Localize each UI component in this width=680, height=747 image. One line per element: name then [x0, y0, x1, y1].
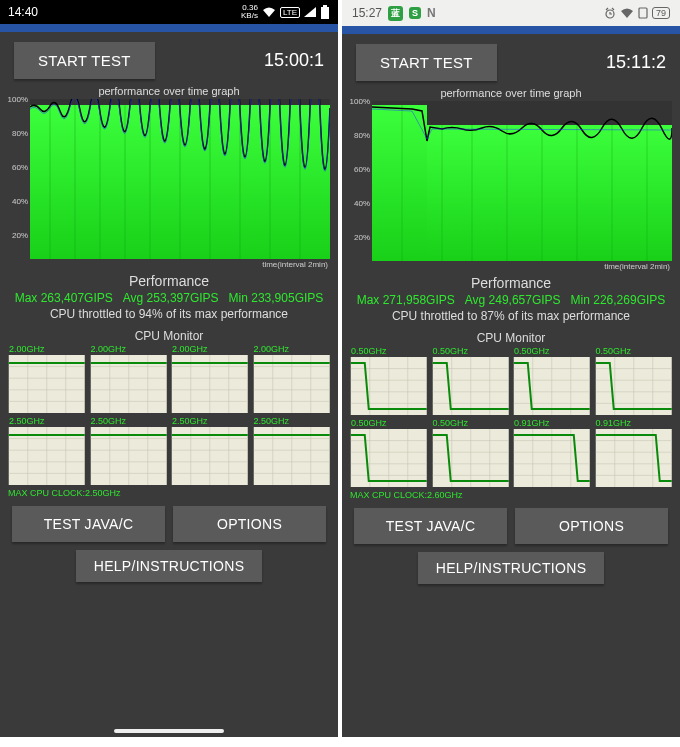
svg-rect-79 — [372, 105, 427, 261]
performance-graph-right: 100% 80% 60% 40% 20% — [350, 101, 672, 271]
max-cpu-clock: MAX CPU CLOCK:2.60GHz — [342, 490, 680, 500]
graph-title: performance over time graph — [0, 85, 338, 97]
status-time: 14:40 — [8, 5, 38, 19]
yaxis: 100% 80% 60% 40% 20% — [350, 101, 372, 271]
help-button[interactable]: HELP/INSTRUCTIONS — [76, 550, 263, 582]
home-indicator[interactable] — [114, 729, 224, 733]
cpu-core-cell: 2.00GHz — [8, 345, 86, 413]
help-button[interactable]: HELP/INSTRUCTIONS — [418, 552, 605, 584]
throttle-text: CPU throttled to 87% of its max performa… — [342, 309, 680, 323]
status-time: 15:27 — [352, 6, 382, 20]
cpu-core-cell: 2.50GHz — [8, 417, 86, 485]
appbar — [0, 24, 338, 32]
cpu-core-clock: 2.00GHz — [91, 344, 127, 354]
cpu-core-clock: 0.50GHz — [351, 418, 387, 428]
cpu-core-cell: 2.00GHz — [90, 345, 168, 413]
cpu-core-clock: 0.50GHz — [351, 346, 387, 356]
status-n-label: N — [427, 6, 436, 20]
performance-heading: Performance — [0, 273, 338, 289]
battery-level: 79 — [652, 7, 670, 19]
lte-icon: LTE — [280, 7, 300, 18]
cpu-core-clock: 2.00GHz — [172, 344, 208, 354]
cpu-core-clock: 0.91GHz — [514, 418, 550, 428]
stat-max: Max 271,958GIPS — [357, 293, 455, 307]
timer-display: 15:11:2 — [606, 52, 666, 73]
throttle-text: CPU throttled to 94% of its max performa… — [0, 307, 338, 321]
performance-heading: Performance — [342, 275, 680, 291]
cpu-core-cell: 0.91GHz — [513, 419, 591, 487]
graph-title: performance over time graph — [342, 87, 680, 99]
test-java-button[interactable]: TEST JAVA/C — [354, 508, 507, 544]
phone-left: 14:40 0.36KB/s LTE START TEST — [0, 0, 338, 737]
alarm-icon — [604, 7, 616, 19]
statusbar-right: 15:27 蓝 S N 79 — [342, 0, 680, 26]
start-test-button[interactable]: START TEST — [356, 44, 497, 81]
status-badge-2: S — [409, 7, 421, 19]
timer-display: 15:00:1 — [264, 50, 324, 71]
cpu-core-cell: 2.00GHz — [171, 345, 249, 413]
status-badge-1: 蓝 — [388, 6, 403, 21]
stat-max: Max 263,407GIPS — [15, 291, 113, 305]
cpu-core-clock: 2.00GHz — [254, 344, 290, 354]
cpu-grid-left: 2.00GHz2.00GHz2.00GHz2.00GHz2.50GHz2.50G… — [0, 343, 338, 487]
performance-stats: Max 271,958GIPS Avg 249,657GIPS Min 226,… — [342, 293, 680, 307]
volte-icon — [638, 7, 648, 19]
screenshot-comparison: 14:40 0.36KB/s LTE START TEST — [0, 0, 680, 747]
yaxis: 100% 80% 60% 40% 20% — [8, 99, 30, 269]
wifi-icon — [620, 7, 634, 19]
wifi-icon — [262, 6, 276, 18]
cpu-core-clock: 2.50GHz — [172, 416, 208, 426]
cpu-monitor-heading: CPU Monitor — [342, 331, 680, 345]
statusbar-left: 14:40 0.36KB/s LTE — [0, 0, 338, 24]
perf-chart-svg — [30, 99, 330, 259]
cpu-core-cell: 2.50GHz — [171, 417, 249, 485]
stat-min: Min 233,905GIPS — [229, 291, 324, 305]
stat-avg: Avg 249,657GIPS — [465, 293, 561, 307]
cpu-core-cell: 0.50GHz — [513, 347, 591, 415]
xaxis-label: time(interval 2min) — [8, 260, 328, 269]
cpu-core-clock: 0.91GHz — [596, 418, 632, 428]
cpu-core-clock: 0.50GHz — [433, 418, 469, 428]
cpu-core-cell: 0.50GHz — [350, 347, 428, 415]
net-rate: 0.36KB/s — [241, 4, 258, 20]
options-button[interactable]: OPTIONS — [515, 508, 668, 544]
cpu-core-cell: 2.50GHz — [253, 417, 331, 485]
stat-avg: Avg 253,397GIPS — [123, 291, 219, 305]
xaxis-label: time(interval 2min) — [350, 262, 670, 271]
test-java-button[interactable]: TEST JAVA/C — [12, 506, 165, 542]
performance-stats: Max 263,407GIPS Avg 253,397GIPS Min 233,… — [0, 291, 338, 305]
cpu-core-cell: 0.91GHz — [595, 419, 673, 487]
svg-rect-0 — [323, 5, 327, 7]
cpu-core-cell: 0.50GHz — [595, 347, 673, 415]
cpu-core-cell: 0.50GHz — [432, 347, 510, 415]
svg-rect-1 — [321, 7, 329, 19]
max-cpu-clock: MAX CPU CLOCK:2.50GHz — [0, 488, 338, 498]
cpu-grid-right: 0.50GHz0.50GHz0.50GHz0.50GHz0.50GHz0.50G… — [342, 345, 680, 489]
cpu-core-cell: 0.50GHz — [350, 419, 428, 487]
cpu-core-clock: 0.50GHz — [514, 346, 550, 356]
cpu-core-cell: 2.50GHz — [90, 417, 168, 485]
appbar — [342, 26, 680, 34]
performance-graph-left: 100% 80% 60% 40% 20% — [8, 99, 330, 269]
stat-min: Min 226,269GIPS — [571, 293, 666, 307]
cpu-core-cell: 0.50GHz — [432, 419, 510, 487]
signal-icon — [304, 7, 316, 17]
svg-rect-78 — [639, 8, 647, 18]
options-button[interactable]: OPTIONS — [173, 506, 326, 542]
svg-rect-80 — [427, 125, 672, 261]
cpu-core-cell: 2.00GHz — [253, 345, 331, 413]
phone-right: 15:27 蓝 S N 79 START TEST 15:11: — [342, 0, 680, 737]
cpu-core-clock: 2.50GHz — [9, 416, 45, 426]
cpu-core-clock: 0.50GHz — [596, 346, 632, 356]
cpu-core-clock: 2.50GHz — [254, 416, 290, 426]
battery-icon — [320, 5, 330, 19]
cpu-monitor-heading: CPU Monitor — [0, 329, 338, 343]
cpu-core-clock: 2.00GHz — [9, 344, 45, 354]
start-test-button[interactable]: START TEST — [14, 42, 155, 79]
perf-chart-svg — [372, 101, 672, 261]
cpu-core-clock: 0.50GHz — [433, 346, 469, 356]
cpu-core-clock: 2.50GHz — [91, 416, 127, 426]
